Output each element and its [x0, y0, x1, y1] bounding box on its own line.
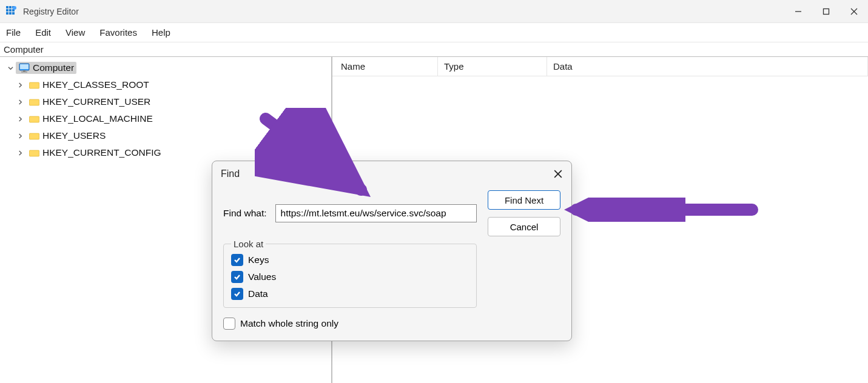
find-dialog: Find Find what: Find Next Cancel Look at…: [212, 161, 572, 341]
svg-rect-8: [12, 12, 15, 15]
svg-rect-0: [6, 6, 8, 8]
svg-rect-18: [29, 82, 39, 88]
checkbox-keys[interactable]: [231, 254, 243, 266]
dialog-titlebar[interactable]: Find: [212, 161, 571, 187]
tree-item[interactable]: HKEY_LOCAL_MACHINE: [16, 110, 331, 127]
svg-rect-3: [6, 9, 8, 12]
svg-rect-6: [6, 12, 8, 15]
menu-help[interactable]: Help: [144, 23, 178, 42]
tree-item-label: HKEY_CLASSES_ROOT: [42, 79, 149, 90]
checkbox-values[interactable]: [231, 271, 243, 283]
expand-icon[interactable]: [16, 133, 24, 139]
expand-icon[interactable]: [16, 82, 24, 88]
look-at-legend: Look at: [231, 239, 266, 249]
column-headers: Name Type Data: [332, 57, 868, 76]
svg-rect-19: [29, 99, 39, 105]
tree-root[interactable]: Computer: [0, 59, 331, 76]
dialog-close-button[interactable]: [548, 164, 568, 184]
app-icon: [6, 6, 17, 17]
svg-rect-15: [20, 64, 29, 69]
tree-item[interactable]: HKEY_CURRENT_CONFIG: [16, 144, 331, 161]
menubar: File Edit View Favorites Help: [0, 23, 868, 42]
folder-icon: [28, 81, 40, 89]
titlebar: Registry Editor: [0, 0, 868, 23]
column-type[interactable]: Type: [438, 57, 547, 76]
column-data[interactable]: Data: [547, 57, 868, 76]
folder-icon: [28, 98, 40, 106]
expand-icon[interactable]: [16, 116, 24, 122]
svg-rect-4: [9, 9, 12, 12]
svg-rect-1: [9, 6, 12, 8]
window-title: Registry Editor: [23, 7, 79, 16]
tree-item-label: HKEY_CURRENT_CONFIG: [42, 147, 161, 158]
checkbox-data-label: Data: [248, 288, 268, 299]
checkbox-match-whole-label: Match whole string only: [240, 318, 338, 329]
svg-rect-20: [29, 116, 39, 122]
checkbox-data[interactable]: [231, 288, 243, 300]
svg-rect-7: [9, 12, 12, 15]
svg-rect-11: [824, 8, 829, 14]
look-at-group: Look at Keys Values Data: [223, 244, 477, 308]
tree-item-label: HKEY_CURRENT_USER: [42, 96, 150, 107]
expand-icon[interactable]: [16, 99, 24, 105]
menu-view[interactable]: View: [58, 23, 92, 42]
tree-item[interactable]: HKEY_CURRENT_USER: [16, 93, 331, 110]
column-name[interactable]: Name: [332, 57, 438, 76]
find-what-label: Find what:: [223, 208, 267, 219]
menu-favorites[interactable]: Favorites: [92, 23, 144, 42]
folder-icon: [28, 148, 40, 157]
checkbox-keys-label: Keys: [248, 255, 269, 265]
tree-item[interactable]: HKEY_CLASSES_ROOT: [16, 76, 331, 93]
find-what-input[interactable]: [275, 204, 477, 222]
tree-item[interactable]: HKEY_USERS: [16, 127, 331, 144]
tree-item-label: HKEY_LOCAL_MACHINE: [42, 113, 153, 124]
checkbox-match-whole[interactable]: [223, 318, 235, 330]
cancel-button[interactable]: Cancel: [488, 217, 560, 236]
close-button[interactable]: [840, 0, 868, 22]
svg-rect-16: [23, 70, 25, 72]
svg-point-9: [13, 6, 16, 10]
address-text: Computer: [4, 44, 44, 55]
window-controls: [784, 0, 868, 22]
svg-rect-21: [29, 133, 39, 139]
find-next-button[interactable]: Find Next: [488, 190, 560, 210]
expand-icon[interactable]: [16, 150, 24, 156]
maximize-button[interactable]: [812, 0, 840, 22]
menu-file[interactable]: File: [0, 23, 28, 42]
svg-rect-17: [21, 72, 27, 72]
addressbar[interactable]: Computer: [0, 42, 868, 57]
folder-icon: [28, 132, 40, 140]
minimize-button[interactable]: [784, 0, 812, 22]
menu-edit[interactable]: Edit: [28, 23, 58, 42]
computer-icon: [18, 63, 30, 73]
dialog-title: Find: [221, 168, 240, 179]
collapse-icon[interactable]: [6, 65, 15, 71]
checkbox-values-label: Values: [248, 271, 276, 282]
folder-icon: [28, 115, 40, 123]
tree-item-label: HKEY_USERS: [42, 130, 106, 141]
tree-root-label: Computer: [33, 62, 74, 73]
svg-rect-22: [29, 150, 39, 156]
